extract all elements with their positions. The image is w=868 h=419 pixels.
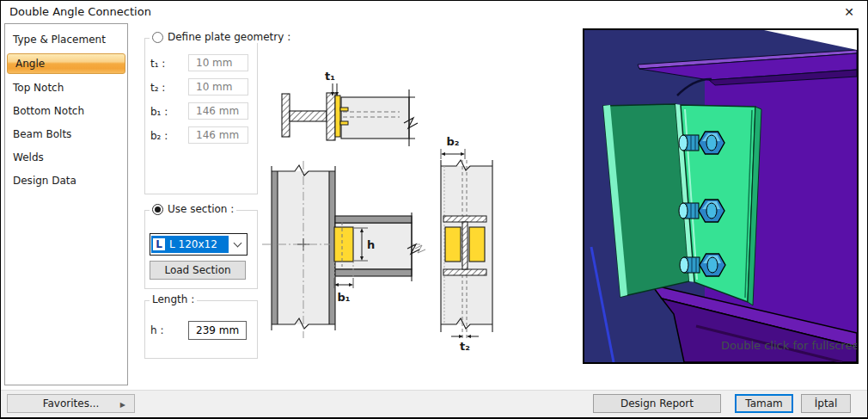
- section-dropdown-selection: L L 120x12: [151, 236, 229, 253]
- submenu-arrow-icon: ▶: [120, 401, 125, 409]
- dim-label-t1: t₁: [325, 70, 335, 83]
- cancel-button[interactable]: İptal: [801, 394, 851, 413]
- dialog-title: Double Angle Connection: [9, 5, 151, 18]
- use-section-radio[interactable]: [152, 204, 163, 215]
- double-angle-connection-dialog: Double Angle Connection ✕ Type & Placeme…: [0, 0, 868, 419]
- t2-field: 10 mm: [188, 78, 248, 96]
- b1-field-label: b₁ :: [150, 106, 168, 118]
- h-field[interactable]: 239 mm: [188, 321, 247, 340]
- ok-button[interactable]: Tamam: [735, 394, 793, 413]
- dim-label-b2: b₂: [447, 135, 460, 148]
- h-field-label: h :: [150, 324, 163, 336]
- l-section-icon: L: [153, 238, 165, 250]
- render-3d-view: Double click for fullscreen.: [584, 30, 857, 362]
- t2-field-label: t₂ :: [150, 82, 165, 94]
- chevron-down-icon[interactable]: [229, 236, 246, 253]
- define-plate-geometry-label: Define plate geometry :: [168, 31, 290, 43]
- b2-field: 146 mm: [188, 126, 248, 144]
- category-sidebar: Type & Placement Angle Top Notch Bottom …: [4, 23, 128, 385]
- length-label: Length :: [152, 293, 194, 305]
- sidebar-item-bottom-notch[interactable]: Bottom Notch: [5, 100, 127, 123]
- diagram-side-view: t₁: [282, 70, 418, 146]
- titlebar: Double Angle Connection ✕: [1, 1, 867, 24]
- b1-field: 146 mm: [188, 102, 248, 120]
- b2-field-label: b₂ :: [150, 130, 168, 142]
- load-section-button[interactable]: Load Section: [150, 261, 246, 280]
- sidebar-item-type-placement[interactable]: Type & Placement: [5, 28, 127, 52]
- section-dropdown[interactable]: L L 120x12: [150, 233, 248, 256]
- dim-label-h: h: [367, 238, 375, 251]
- t1-field-label: t₁ :: [150, 58, 165, 70]
- sidebar-item-beam-bolts[interactable]: Beam Bolts: [5, 123, 127, 146]
- sidebar-item-top-notch[interactable]: Top Notch: [5, 77, 127, 100]
- sidebar-item-angle[interactable]: Angle: [7, 53, 125, 74]
- define-plate-geometry-radio[interactable]: [152, 32, 163, 43]
- fullscreen-hint: Double click for fullscreen.: [721, 339, 857, 352]
- diagram-front-view: h b₁: [262, 161, 425, 338]
- close-icon[interactable]: ✕: [839, 3, 859, 21]
- render-viewport[interactable]: Double click for fullscreen.: [583, 28, 859, 364]
- favorites-button[interactable]: Favorites... ▶: [7, 394, 135, 413]
- connection-diagram: t₁ h: [259, 44, 577, 371]
- dim-label-t2: t₂: [460, 340, 470, 353]
- section-dropdown-value: L 120x12: [169, 238, 217, 250]
- dim-label-b1: b₁: [338, 291, 351, 304]
- use-section-label: Use section :: [168, 203, 234, 215]
- t1-field: 10 mm: [188, 54, 248, 71]
- sidebar-item-welds[interactable]: Welds: [5, 146, 127, 169]
- diagram-section-view: b₂ t₂: [441, 135, 492, 353]
- footer-bar: Favorites... ▶ Design Report Tamam İptal: [1, 390, 867, 417]
- favorites-label: Favorites...: [43, 397, 100, 410]
- sidebar-item-design-data[interactable]: Design Data: [5, 169, 127, 193]
- design-report-button[interactable]: Design Report: [593, 394, 721, 413]
